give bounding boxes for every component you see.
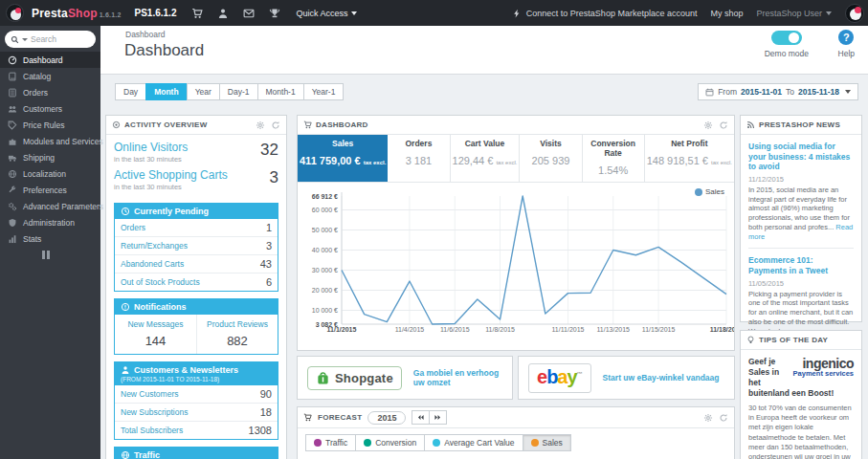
range-year-1-button[interactable]: Year-1 [303, 83, 345, 100]
customers-row-new-subscriptions: New Subscriptions18 [115, 404, 278, 422]
range-day-button[interactable]: Day [115, 83, 145, 100]
range-year-button[interactable]: Year [187, 83, 219, 100]
news-article-title[interactable]: Ecommerce 101: Payments in a Tweet [748, 255, 854, 275]
user-avatar[interactable] [845, 4, 864, 23]
legend-dot-sales [695, 188, 702, 196]
kpi-tab-conversion-rate[interactable]: Conversion Rate 1.54% [583, 135, 645, 182]
sidebar-item-customers[interactable]: Customers [0, 100, 100, 117]
sidebar-item-price-rules[interactable]: Price Rules [0, 117, 100, 133]
target-icon [112, 120, 121, 129]
forecast-legend-sales[interactable]: Sales [523, 434, 571, 451]
sidebar-search[interactable] [5, 31, 96, 48]
sidebar-item-stats[interactable]: Stats [0, 230, 100, 247]
range-month-1-button[interactable]: Month-1 [257, 83, 303, 100]
activity-overview-panel: ACTIVITY OVERVIEW Online Visitors in the… [105, 115, 287, 459]
row-link[interactable]: Out of Stock Products [121, 277, 200, 287]
forecast-legend-traffic[interactable]: Traffic [305, 434, 355, 451]
breadcrumb[interactable]: Dashboard [125, 30, 166, 39]
sidebar-item-catalog[interactable]: Catalog [0, 68, 100, 84]
row-link[interactable]: New Subscriptions [121, 407, 188, 417]
sidebar-item-label: Price Rules [23, 120, 64, 130]
demo-mode-toggle[interactable] [771, 31, 802, 45]
row-link[interactable]: Total Subscribers [121, 426, 183, 435]
sidebar-item-advanced-parameters[interactable]: Advanced Parameters [0, 198, 100, 214]
legend-label: Sales [705, 187, 724, 196]
user-menu[interactable]: PrestaShop User [756, 9, 832, 18]
page-header: Dashboard Dashboard Demo mode ? Help [100, 26, 868, 75]
sidebar-item-dashboard[interactable]: Dashboard [0, 52, 100, 68]
kpi-tab-net-profit[interactable]: Net Profit 148 918,51 € tax excl. [645, 135, 734, 182]
range-day-1-button[interactable]: Day-1 [219, 83, 257, 100]
kpi-tab-cart-value[interactable]: Cart Value 129,44 € tax excl. [451, 135, 521, 182]
news-article-excerpt: In 2015, social media are an integral pa… [748, 186, 854, 242]
my-shop-link[interactable]: My shop [710, 9, 743, 18]
svg-text:11/1/2015: 11/1/2015 [327, 326, 357, 333]
row-link[interactable]: Abandoned Carts [121, 259, 184, 269]
sidebar-item-preferences[interactable]: Preferences [0, 182, 100, 198]
shopgate-banner[interactable]: Shopgate Ga mobiel en verhoog uw omzet [297, 356, 513, 400]
kpi-tabs: Sales 411 759,00 € tax excl. Orders 3 18… [298, 135, 734, 183]
kpi-tab-visits[interactable]: Visits 205 939 [520, 135, 582, 182]
sidebar-item-localization[interactable]: Localization [0, 165, 100, 182]
quick-access-menu[interactable]: Quick Access [296, 9, 357, 18]
forecast-legend-average-cart-value[interactable]: Average Cart Value [424, 434, 522, 451]
section-title: Notifications [134, 302, 187, 312]
gear-icon[interactable] [256, 120, 265, 130]
refresh-icon[interactable] [271, 120, 280, 130]
search-input[interactable] [31, 34, 86, 44]
sidebar-item-modules[interactable]: Modules and Services [0, 133, 100, 149]
gear-icon[interactable] [703, 120, 713, 130]
sidebar-collapse-button[interactable] [42, 251, 52, 259]
forecast-next-button[interactable] [430, 410, 447, 425]
chart-legend[interactable]: Sales [695, 187, 724, 196]
sidebar-item-shipping[interactable]: Shipping [0, 149, 100, 165]
refresh-icon[interactable] [719, 120, 728, 130]
ebay-link[interactable]: Start uw eBay-winkel vandaag [603, 373, 720, 382]
marketplace-link[interactable]: Connect to PrestaShop Marketplace accoun… [512, 9, 698, 18]
kpi-value: 148 918,51 € [647, 155, 708, 166]
new-messages-cell: New Messages 144 [115, 315, 196, 354]
active-carts-value: 3 [270, 168, 278, 187]
customer-icon[interactable] [217, 8, 229, 19]
range-month-button[interactable]: Month [145, 83, 187, 100]
help-icon[interactable]: ? [838, 30, 854, 45]
svg-text:11/6/2015: 11/6/2015 [440, 326, 470, 333]
kpi-tab-orders[interactable]: Orders 3 181 [388, 135, 450, 182]
cart-icon [303, 120, 312, 129]
sidebar-item-administration[interactable]: Administration [0, 214, 100, 230]
tag-icon [8, 120, 17, 130]
excerpt-text: In 2015, social media are an integral pa… [748, 186, 850, 231]
gear-icon[interactable] [703, 413, 713, 423]
kpi-label: Conversion Rate [585, 139, 642, 158]
online-visitors-sub: in the last 30 minutes [114, 155, 188, 164]
divider [748, 248, 854, 249]
svg-text:11/11/2015: 11/11/2015 [551, 326, 584, 333]
ebay-letter: a [557, 366, 567, 387]
online-visitors-link[interactable]: Online Visitors [114, 141, 188, 154]
search-scope-caret-icon[interactable] [22, 38, 28, 41]
forecast-legend-conversion[interactable]: Conversion [355, 434, 424, 451]
svg-text:66 912 €: 66 912 € [312, 193, 338, 200]
users-icon [8, 104, 17, 114]
svg-text:11/15/2015: 11/15/2015 [642, 326, 676, 333]
cell-link[interactable]: New Messages [117, 319, 194, 329]
messages-icon[interactable] [243, 8, 255, 19]
date-range-button[interactable]: From 2015-11-01 To 2015-11-18 [698, 83, 858, 100]
kpi-tab-sales[interactable]: Sales 411 759,00 € tax excl. [298, 135, 388, 182]
active-carts-link[interactable]: Active Shopping Carts [114, 168, 228, 182]
news-article-title[interactable]: Using social media for your business: 4 … [748, 142, 854, 172]
refresh-icon[interactable] [719, 413, 728, 423]
row-link[interactable]: Return/Exchanges [121, 241, 188, 251]
tips-of-the-day-panel: TIPS OF THE DAY ingenico Payment service… [740, 330, 862, 459]
cell-link[interactable]: Product Reviews [199, 319, 276, 329]
shopgate-link[interactable]: Ga mobiel en verhoog uw omzet [413, 368, 502, 387]
row-value: 6 [266, 276, 272, 288]
forecast-prev-button[interactable] [412, 410, 430, 425]
sidebar-item-orders[interactable]: Orders [0, 84, 100, 100]
cart-icon[interactable] [191, 8, 203, 19]
brand-presta: Presta [32, 7, 68, 20]
ebay-banner[interactable]: ebay™ Start uw eBay-winkel vandaag [518, 356, 735, 400]
row-link[interactable]: New Customers [121, 389, 178, 399]
trophy-icon[interactable] [269, 8, 280, 19]
row-link[interactable]: Orders [121, 223, 145, 232]
